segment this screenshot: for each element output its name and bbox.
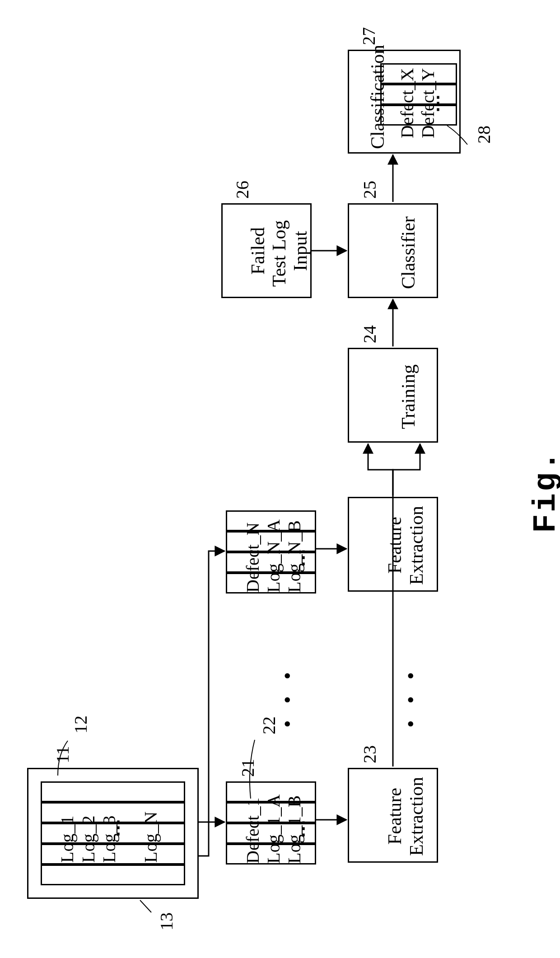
connectors <box>0 0 560 958</box>
diagram-canvas: Log_1 Log_2 Log_3 ⋮ Log_N 11 12 13 Defec… <box>0 0 560 958</box>
svg-line-6 <box>140 900 151 912</box>
